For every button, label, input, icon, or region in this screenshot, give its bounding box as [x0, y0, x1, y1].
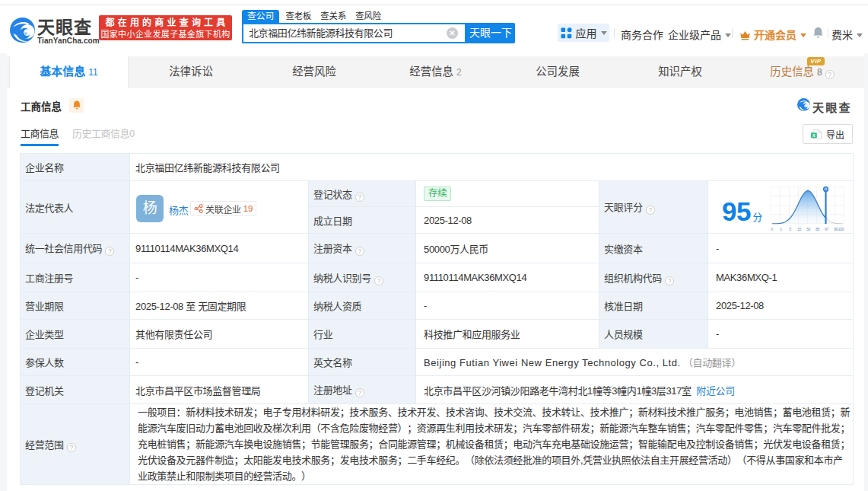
- svg-text:0: 0: [771, 227, 773, 231]
- svg-text:50: 50: [806, 227, 811, 231]
- svg-text:85: 85: [816, 227, 820, 231]
- svg-text:5: 5: [789, 227, 791, 231]
- svg-text:99: 99: [834, 227, 838, 231]
- svg-text:100: 100: [838, 227, 844, 231]
- svg-text:97: 97: [825, 227, 829, 231]
- svg-text:15: 15: [797, 227, 802, 231]
- svg-text:1: 1: [780, 227, 782, 231]
